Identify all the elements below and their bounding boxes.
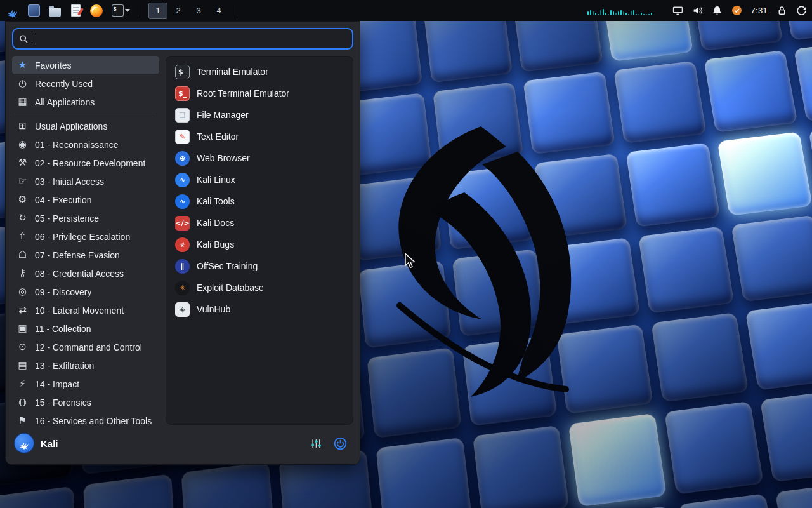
volume-button[interactable]: [691, 5, 703, 17]
wallpaper-cube: [181, 462, 275, 508]
category-item[interactable]: ↻ 05 - Persistence: [12, 209, 159, 227]
app-item[interactable]: ✳ Exploit Database: [171, 277, 348, 298]
text-editor-icon: [71, 4, 81, 17]
app-item[interactable]: ∿ Kali Linux: [171, 169, 348, 190]
app-item[interactable]: ◈ VulnHub: [171, 298, 348, 320]
app-label: Kali Tools: [197, 196, 235, 206]
workspace-button[interactable]: 1: [148, 3, 167, 19]
wallpaper-cube: [83, 474, 176, 508]
workspace-button[interactable]: 2: [169, 3, 188, 19]
text-editor-launcher[interactable]: [68, 3, 83, 19]
wallpaper-cube: [546, 237, 641, 325]
lock-button[interactable]: [776, 5, 787, 17]
app-item[interactable]: ☣ Kali Bugs: [171, 234, 348, 255]
visualizer-bar: [615, 13, 617, 15]
app-label: Terminal Emulator: [197, 67, 268, 77]
status-update-button[interactable]: [731, 5, 742, 17]
settings-button[interactable]: [309, 436, 323, 450]
visualizer-bar: [610, 10, 612, 15]
panel-separator: [140, 5, 140, 17]
category-icon: ▤: [16, 361, 29, 370]
firefox-launcher[interactable]: [89, 3, 104, 19]
app-icon: ∿: [175, 173, 190, 187]
terminal-icon: $: [112, 4, 124, 17]
visualizer-bar: [641, 13, 642, 15]
category-label: 10 - Lateral Movement: [35, 305, 124, 316]
wallpaper-cube: [581, 505, 681, 508]
category-label: 06 - Privilege Escalation: [35, 232, 130, 242]
visualizer-bar: [623, 11, 624, 15]
category-icon: ◉: [16, 140, 29, 149]
visualizer-bar: [605, 13, 606, 15]
wallpaper-cube: [472, 425, 569, 508]
category-item[interactable]: ▦ All Applications: [12, 93, 159, 111]
visualizer-bar: [600, 10, 601, 15]
wallpaper-cube: [557, 324, 653, 415]
display-button[interactable]: [672, 5, 683, 17]
category-label: 02 - Resource Development: [35, 158, 145, 168]
wallpaper-cube: [717, 131, 812, 216]
wallpaper-cube: [638, 226, 734, 313]
app-icon: ⊕: [175, 151, 190, 166]
workspace-button[interactable]: 3: [189, 3, 208, 19]
username: Kali: [41, 438, 58, 449]
clock[interactable]: 7:31: [750, 6, 768, 15]
app-label: Web Browser: [197, 153, 250, 163]
whisker-menu-button[interactable]: [5, 3, 20, 19]
window-app-launcher[interactable]: [26, 3, 41, 19]
wallpaper-cube: [652, 312, 749, 402]
category-item[interactable]: ★ Favorites: [12, 56, 159, 74]
notifications-bell-icon: [712, 5, 723, 16]
app-label: Root Terminal Emulator: [197, 88, 289, 98]
app-item[interactable]: ✎ Text Editor: [171, 126, 348, 147]
app-item[interactable]: </> Kali Docs: [171, 212, 348, 234]
category-label: 04 - Execution: [35, 195, 92, 205]
terminal-launcher[interactable]: $: [110, 3, 131, 19]
session-logout-button[interactable]: [333, 436, 347, 450]
settings-sliders-icon: [311, 438, 322, 449]
category-icon: ⇄: [16, 305, 29, 315]
category-icon: ☞: [16, 177, 29, 186]
category-item[interactable]: ▤ 13 - Exfiltration: [12, 356, 159, 375]
category-item[interactable]: ◍ 15 - Forensics: [12, 393, 159, 411]
category-item[interactable]: ◷ Recently Used: [12, 74, 159, 93]
category-item[interactable]: ☖ 07 - Defense Evasion: [12, 246, 159, 264]
visualizer-bar: [638, 14, 639, 15]
category-item[interactable]: ⊙ 12 - Command and Control: [12, 338, 159, 356]
category-item[interactable]: ⇄ 10 - Lateral Movement: [12, 301, 159, 319]
logout-button[interactable]: [796, 5, 807, 17]
category-item[interactable]: ▣ 11 - Collection: [12, 319, 159, 338]
audio-visualizer-icon: [587, 6, 664, 15]
category-label: 11 - Collection: [35, 324, 91, 334]
app-item[interactable]: $_ Terminal Emulator: [171, 61, 348, 83]
search-input[interactable]: [32, 33, 346, 44]
category-item[interactable]: ⚡ 14 - Impact: [12, 375, 159, 393]
category-item[interactable]: ☞ 03 - Initial Access: [12, 172, 159, 190]
category-item[interactable]: ⚒ 02 - Resource Development: [12, 154, 159, 172]
category-item[interactable]: ⚙ 04 - Execution: [12, 190, 159, 209]
category-item[interactable]: ◎ 09 - Discovery: [12, 283, 159, 301]
category-label: 15 - Forensics: [35, 398, 91, 408]
app-item[interactable]: ∿ Kali Tools: [171, 190, 348, 212]
logout-icon: [796, 5, 807, 16]
category-item[interactable]: ⊞ Usual Applications: [12, 117, 159, 135]
visualizer-bar: [646, 14, 647, 15]
visualizer-bar: [625, 13, 627, 15]
app-item[interactable]: ❏ File Manager: [171, 104, 348, 126]
visualizer-bar: [636, 14, 637, 15]
search-box[interactable]: [12, 28, 353, 50]
chevron-down-icon[interactable]: [125, 9, 130, 12]
notifications-button[interactable]: [711, 5, 723, 17]
app-label: OffSec Training: [197, 261, 258, 271]
wallpaper-cube: [678, 493, 779, 508]
app-item[interactable]: ⊕ Web Browser: [171, 147, 348, 169]
category-item[interactable]: ◉ 01 - Reconnaissance: [12, 135, 159, 154]
app-item[interactable]: $_ Root Terminal Emulator: [171, 83, 348, 104]
app-item[interactable]: ∥ OffSec Training: [171, 255, 348, 277]
file-manager-launcher[interactable]: [47, 3, 62, 19]
workspace-button[interactable]: 4: [209, 3, 228, 19]
category-item[interactable]: ⚷ 08 - Credential Access: [12, 264, 159, 283]
category-item[interactable]: ⇧ 06 - Privilege Escalation: [12, 227, 159, 246]
user-avatar[interactable]: [15, 434, 34, 453]
visualizer-bar: [613, 11, 614, 15]
